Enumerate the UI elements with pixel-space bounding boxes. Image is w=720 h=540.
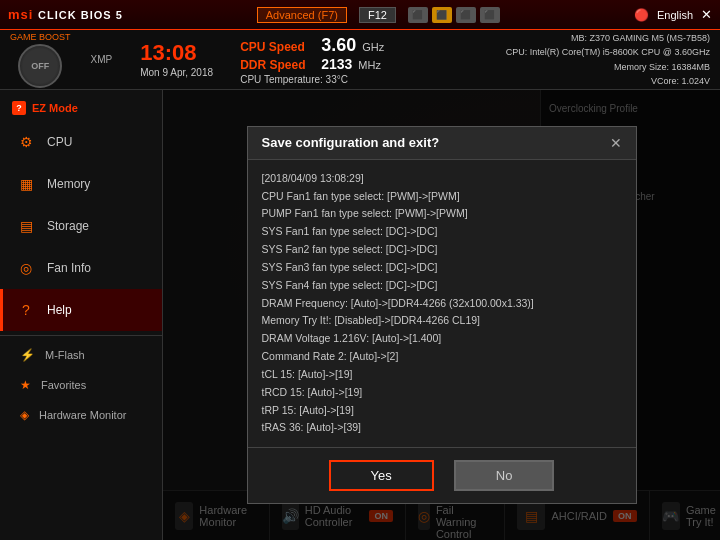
yes-button[interactable]: Yes: [329, 460, 434, 491]
log-line: SYS Fan2 fan type select: [DC]->[DC]: [262, 241, 622, 259]
sidebar-divider-1: [0, 335, 162, 336]
sidebar-item-memory[interactable]: ▦ Memory: [0, 163, 162, 205]
log-line: Command Rate 2: [Auto]->[2]: [262, 348, 622, 366]
log-line: Memory Try It!: [Disabled]->[DDR4-4266 C…: [262, 312, 622, 330]
hardware-monitor-icon: ◈: [20, 408, 29, 422]
modal-footer: Yes No: [248, 447, 636, 503]
modal-overlay: Save configuration and exit? ✕ [2018/04/…: [163, 90, 720, 540]
sidebar-item-cpu[interactable]: ⚙ CPU: [0, 121, 162, 163]
language-selector[interactable]: English: [657, 9, 693, 21]
sidebar: ? EZ Mode ⚙ CPU ▦ Memory ▤ Storage ◎ Fan…: [0, 90, 163, 540]
log-line: DRAM Frequency: [Auto]->[DDR4-4266 (32x1…: [262, 295, 622, 313]
top-left: msi CLICK BIOS 5: [8, 7, 123, 22]
log-line: tRP 15: [Auto]->[19]: [262, 402, 622, 420]
sidebar-item-help[interactable]: ? Help: [0, 289, 162, 331]
favorites-icon: ★: [20, 378, 31, 392]
fan-icon: ◎: [15, 257, 37, 279]
help-icon: ?: [15, 299, 37, 321]
modal-body: [2018/04/09 13:08:29]CPU Fan1 fan type s…: [248, 160, 636, 448]
log-line: [2018/04/09 13:08:29]: [262, 170, 622, 188]
sys-info: MB: Z370 GAMING M5 (MS-7B58) CPU: Intel(…: [506, 31, 710, 89]
no-button[interactable]: No: [454, 460, 555, 491]
sidebar-item-favorites[interactable]: ★ Favorites: [0, 370, 162, 400]
log-line: PUMP Fan1 fan type select: [PWM]->[PWM]: [262, 205, 622, 223]
cpu-speed-row: CPU Speed 3.60 GHz: [240, 35, 486, 56]
time-block: 13:08 Mon 9 Apr, 2018: [140, 40, 220, 80]
game-boost-block[interactable]: GAME BOOST OFF: [10, 32, 71, 88]
log-line: SYS Fan4 fan type select: [DC]->[DC]: [262, 277, 622, 295]
top-center: Advanced (F7) F12 ⬛ ⬛ ⬛ ⬛: [257, 7, 500, 23]
sidebar-item-m-flash[interactable]: ⚡ M-Flash: [0, 340, 162, 370]
top-bar: msi CLICK BIOS 5 Advanced (F7) F12 ⬛ ⬛ ⬛…: [0, 0, 720, 30]
ez-mode-label: ? EZ Mode: [0, 95, 162, 121]
usb-icon-2: ⬛: [432, 7, 452, 23]
sidebar-item-hardware-monitor[interactable]: ◈ Hardware Monitor: [0, 400, 162, 430]
usb-icon-4: ⬛: [480, 7, 500, 23]
storage-icon: ▤: [15, 215, 37, 237]
log-line: DRAM Voltage 1.216V: [Auto]->[1.400]: [262, 330, 622, 348]
log-line: tRAS 36: [Auto]->[39]: [262, 419, 622, 437]
sidebar-item-storage[interactable]: ▤ Storage: [0, 205, 162, 247]
ez-help-icon[interactable]: ?: [12, 101, 26, 115]
game-boost-toggle[interactable]: OFF: [18, 44, 62, 88]
log-line: SYS Fan3 fan type select: [DC]->[DC]: [262, 259, 622, 277]
usb-icons: ⬛ ⬛ ⬛ ⬛: [408, 7, 500, 23]
usb-icon-3: ⬛: [456, 7, 476, 23]
f12-button[interactable]: F12: [359, 7, 396, 23]
log-line: tCL 15: [Auto]->[19]: [262, 366, 622, 384]
header-bar: GAME BOOST OFF XMP 13:08 Mon 9 Apr, 2018…: [0, 30, 720, 90]
log-line: CPU Fan1 fan type select: [PWM]->[PWM]: [262, 188, 622, 206]
memory-icon: ▦: [15, 173, 37, 195]
flag-icon: 🔴: [634, 8, 649, 22]
sidebar-item-fan-info[interactable]: ◎ Fan Info: [0, 247, 162, 289]
m-flash-icon: ⚡: [20, 348, 35, 362]
content-area: Overclocking Profile Reset shot p Field …: [163, 90, 720, 540]
close-button[interactable]: ✕: [701, 7, 712, 22]
save-modal: Save configuration and exit? ✕ [2018/04/…: [247, 126, 637, 505]
log-line: SYS Fan1 fan type select: [DC]->[DC]: [262, 223, 622, 241]
top-right: 🔴 English ✕: [634, 7, 712, 22]
modal-title: Save configuration and exit?: [262, 135, 440, 150]
speed-block: CPU Speed 3.60 GHz DDR Speed 2133 MHz CP…: [240, 35, 486, 85]
game-boost-label: GAME BOOST: [10, 32, 71, 42]
usb-icon-1: ⬛: [408, 7, 428, 23]
cpu-icon: ⚙: [15, 131, 37, 153]
modal-header: Save configuration and exit? ✕: [248, 127, 636, 160]
advanced-mode-button[interactable]: Advanced (F7): [257, 7, 347, 23]
modal-close-button[interactable]: ✕: [610, 135, 622, 151]
main-area: ? EZ Mode ⚙ CPU ▦ Memory ▤ Storage ◎ Fan…: [0, 90, 720, 540]
msi-logo: msi CLICK BIOS 5: [8, 7, 123, 22]
cpu-temp-row: CPU Temperature: 33°C: [240, 74, 486, 85]
log-line: tRCD 15: [Auto]->[19]: [262, 384, 622, 402]
xmp-label: XMP: [91, 54, 113, 65]
ddr-speed-row: DDR Speed 2133 MHz: [240, 56, 486, 72]
